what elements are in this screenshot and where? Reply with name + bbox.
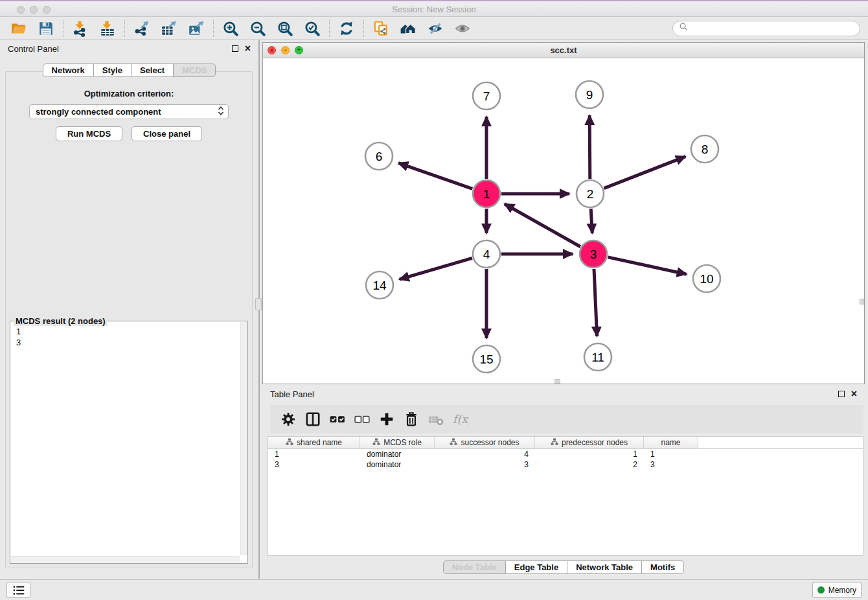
tab-node-table[interactable]: Node Table <box>443 560 506 574</box>
toolbar-separator <box>63 20 63 37</box>
node-1[interactable]: 1 <box>473 180 500 207</box>
close-table-panel-icon[interactable]: × <box>851 391 857 397</box>
cell-predecessor-nodes[interactable]: 2 <box>535 459 644 470</box>
node-7[interactable]: 7 <box>473 82 500 110</box>
search-box[interactable] <box>672 21 860 36</box>
tab-network-table[interactable]: Network Table <box>567 560 642 574</box>
node-14[interactable]: 14 <box>366 271 393 299</box>
node-11[interactable]: 11 <box>584 343 611 371</box>
open-session-icon[interactable] <box>5 18 32 39</box>
tab-style[interactable]: Style <box>94 63 131 77</box>
table-header-row: shared nameMCDS rolesuccessor nodesprede… <box>268 437 863 449</box>
application-window: Session: New Session Control Panel × Net… <box>0 0 868 600</box>
edge-2-8[interactable] <box>604 157 685 189</box>
zoom-fit-icon[interactable] <box>271 18 299 39</box>
export-image-icon[interactable] <box>183 18 210 39</box>
cell-successor-nodes[interactable]: 3 <box>435 459 535 470</box>
hierarchy-icon <box>286 438 293 448</box>
criterion-dropdown[interactable]: strongly connected component <box>29 104 229 119</box>
edge-4-14[interactable] <box>400 258 472 279</box>
float-table-panel-icon[interactable] <box>838 391 845 397</box>
tab-motifs[interactable]: Motifs <box>642 560 684 574</box>
column-header-successor-nodes[interactable]: successor nodes <box>435 437 535 449</box>
task-history-button[interactable] <box>6 582 31 598</box>
mcds-result-item: 3 <box>16 337 242 348</box>
edge-1-6[interactable] <box>398 163 472 189</box>
cell-successor-nodes[interactable]: 4 <box>435 449 535 459</box>
cell-MCDS-role[interactable]: dominator <box>360 449 435 459</box>
column-header-predecessor-nodes[interactable]: predecessor nodes <box>535 437 644 449</box>
zoom-selected-icon[interactable] <box>299 18 326 39</box>
gear-icon[interactable] <box>279 410 298 429</box>
table-header-filler <box>698 437 863 449</box>
function-builder-icon-disabled: f(x) <box>451 410 470 429</box>
tab-mcds[interactable]: MCDS <box>174 63 216 77</box>
home-icon[interactable] <box>394 18 422 39</box>
table-row[interactable]: 1dominator411 <box>268 449 863 459</box>
column-header-name[interactable]: name <box>644 437 698 449</box>
mcds-result-title: MCDS result (2 nodes) <box>14 316 108 326</box>
table-panel: Table Panel × f(x) shared nameMCDS roles… <box>262 386 865 579</box>
add-column-icon[interactable] <box>377 410 396 429</box>
run-mcds-button[interactable]: Run MCDS <box>56 126 122 141</box>
canvas-vertical-scroll-thumb[interactable] <box>860 299 864 305</box>
canvas-horizontal-scroll-thumb[interactable] <box>554 379 560 384</box>
edge-3-1[interactable] <box>505 204 580 247</box>
column-header-shared-name[interactable]: shared name <box>268 437 360 449</box>
edge-3-11[interactable] <box>594 269 597 336</box>
float-panel-icon[interactable] <box>232 45 238 52</box>
clone-network-icon[interactable] <box>367 18 394 39</box>
cell-predecessor-nodes[interactable]: 1 <box>535 449 644 459</box>
status-bar: Memory <box>0 579 868 600</box>
node-8[interactable]: 8 <box>691 135 718 163</box>
zoom-in-icon[interactable] <box>217 18 244 39</box>
import-network-icon[interactable] <box>67 18 94 39</box>
save-session-icon[interactable] <box>32 18 60 39</box>
cell-name[interactable]: 1 <box>644 449 698 459</box>
split-columns-icon[interactable] <box>303 410 323 429</box>
node-3[interactable]: 3 <box>580 240 607 268</box>
export-network-icon[interactable] <box>128 18 155 39</box>
hide-selected-icon[interactable] <box>422 18 449 39</box>
cell-name[interactable]: 3 <box>644 459 698 470</box>
deselect-all-icon[interactable] <box>352 410 372 429</box>
edge-2-9[interactable] <box>589 115 590 179</box>
result-vertical-scrollbar[interactable] <box>240 322 247 555</box>
network-canvas[interactable]: 1234678910111415 <box>263 59 864 384</box>
tab-edge-table[interactable]: Edge Table <box>506 560 567 574</box>
select-all-icon[interactable] <box>328 410 347 429</box>
edge-3-10[interactable] <box>608 257 687 274</box>
refresh-icon[interactable] <box>333 18 360 39</box>
show-all-icon[interactable] <box>449 18 476 39</box>
zoom-out-icon[interactable] <box>244 18 271 39</box>
node-9[interactable]: 9 <box>576 81 603 108</box>
result-horizontal-scrollbar[interactable] <box>11 556 240 563</box>
cell-MCDS-role[interactable]: dominator <box>360 459 435 470</box>
node-6[interactable]: 6 <box>365 143 393 170</box>
export-table-icon[interactable] <box>155 18 183 39</box>
delete-table-icon-disabled <box>426 410 446 429</box>
column-header-MCDS-role[interactable]: MCDS role <box>360 437 435 449</box>
memory-button[interactable]: Memory <box>812 582 862 598</box>
cell-shared-name[interactable]: 3 <box>268 459 360 470</box>
close-panel-icon[interactable]: × <box>245 45 251 52</box>
tab-network[interactable]: Network <box>43 63 94 77</box>
delete-column-icon[interactable] <box>402 410 421 429</box>
tab-select[interactable]: Select <box>131 63 174 77</box>
edge-2-3[interactable] <box>591 209 592 233</box>
node-label: 4 <box>483 248 490 261</box>
node-label: 3 <box>590 248 597 261</box>
cell-shared-name[interactable]: 1 <box>268 449 360 459</box>
node-2[interactable]: 2 <box>577 180 604 207</box>
table-row[interactable]: 3dominator323 <box>268 459 863 470</box>
node-15[interactable]: 15 <box>473 345 500 373</box>
node-label: 10 <box>700 272 713 286</box>
close-panel-button[interactable]: Close panel <box>131 126 202 141</box>
search-input[interactable] <box>692 23 854 33</box>
node-4[interactable]: 4 <box>473 240 500 268</box>
main-toolbar <box>0 17 868 40</box>
import-table-icon[interactable] <box>94 18 121 39</box>
node-10[interactable]: 10 <box>693 265 720 292</box>
panel-divider-grip[interactable] <box>255 298 262 310</box>
toolbar-icons <box>5 18 476 39</box>
